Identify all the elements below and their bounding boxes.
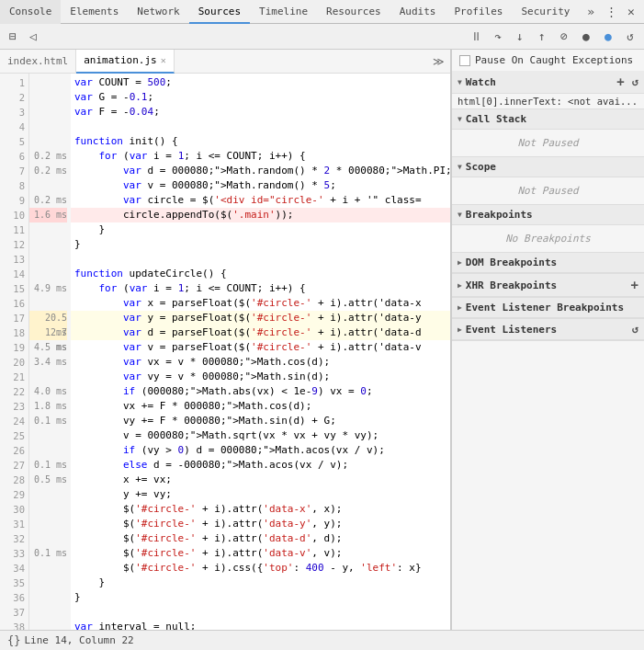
code-line[interactable]: $('#circle-' + i).attr('data-v', v);	[71, 546, 450, 561]
watch-reload-icon[interactable]: ↺	[632, 75, 638, 88]
line-number: 11	[0, 222, 25, 237]
tab-profiles[interactable]: Profiles	[445, 0, 512, 24]
watch-title: Watch	[466, 76, 496, 88]
code-line[interactable]: var F = -0.04;	[71, 105, 450, 120]
code-line[interactable]: if (000080;">Math.abs(vx) < 1e-9) vx = 0…	[71, 384, 450, 399]
dom-breakpoints-header[interactable]: ▶ DOM Breakpoints	[452, 253, 644, 273]
line-number: 24	[0, 414, 25, 428]
back-icon[interactable]: ◁	[24, 28, 42, 46]
code-line[interactable]: var COUNT = 500;	[71, 75, 450, 90]
line-number: 3	[0, 105, 25, 120]
event-listeners-header[interactable]: ▶ Event Listeners ↺	[452, 319, 644, 340]
record-active-button[interactable]: ●	[598, 27, 618, 47]
code-line[interactable]	[71, 605, 450, 620]
code-line[interactable]: $('#circle-' + i).attr('data-x', x);	[71, 502, 450, 517]
watch-header[interactable]: ▼ Watch + ↺	[452, 71, 644, 94]
tab-sources[interactable]: Sources	[189, 0, 250, 24]
tab-network[interactable]: Network	[128, 0, 188, 24]
code-line[interactable]: var d = 000080;">Math.random() * 2 * 000…	[71, 164, 450, 178]
file-tab-close-icon[interactable]: ✕	[161, 55, 166, 65]
code-line[interactable]: for (var i = 1; i <= COUNT; i++) {	[71, 281, 450, 296]
code-line[interactable]: vy += F * 000080;">Math.sin(d) + G;	[71, 414, 450, 428]
code-line[interactable]: var circle = $('<div id="circle-' + i + …	[71, 193, 450, 208]
code-line[interactable]: var vx = v * 000080;">Math.cos(d);	[71, 355, 450, 370]
line-number: 6	[0, 149, 25, 164]
devtools-menu-icon[interactable]: ⋮	[602, 3, 620, 21]
code-line[interactable]: }	[71, 590, 450, 605]
timing-cell	[29, 428, 67, 443]
event-listeners-reload-icon[interactable]: ↺	[632, 323, 638, 336]
step-out-button[interactable]: ↑	[532, 27, 552, 47]
code-line[interactable]: var x = parseFloat($('#circle-' + i).att…	[71, 296, 450, 311]
deactivate-breakpoints-button[interactable]: ⊘	[554, 27, 574, 47]
pause-exceptions-checkbox[interactable]	[459, 55, 470, 66]
code-line[interactable]	[71, 120, 450, 134]
scope-header[interactable]: ▼ Scope	[452, 157, 644, 177]
code-line[interactable]: var v = 000080;">Math.random() * 5;	[71, 178, 450, 193]
breakpoints-header[interactable]: ▼ Breakpoints	[452, 205, 644, 225]
xhr-breakpoints-header[interactable]: ▶ XHR Breakpoints +	[452, 274, 644, 297]
code-line[interactable]: }	[71, 576, 450, 590]
more-tabs-icon[interactable]: »	[582, 5, 600, 18]
code-line[interactable]: v = 000080;">Math.sqrt(vx * vx + vy * vy…	[71, 428, 450, 443]
refresh-button[interactable]: ↺	[620, 27, 640, 47]
line-number: 33	[0, 546, 25, 561]
code-line[interactable]: function updateCircle() {	[71, 267, 450, 281]
call-stack-header[interactable]: ▼ Call Stack	[452, 109, 644, 130]
code-line[interactable]: y += vy;	[71, 487, 450, 502]
drawer-toggle-icon[interactable]: ⊟	[4, 28, 22, 46]
tab-console[interactable]: Console	[0, 0, 61, 24]
code-line[interactable]: var interval = null;	[71, 620, 450, 630]
xhr-add-icon[interactable]: +	[631, 278, 638, 292]
tab-expand-button[interactable]: ≫	[427, 55, 450, 68]
code-line[interactable]: function init() {	[71, 134, 450, 149]
code-line[interactable]: }	[71, 222, 450, 237]
step-over-button[interactable]: ↷	[488, 27, 508, 47]
tab-resources[interactable]: Resources	[317, 0, 390, 24]
devtools-close-icon[interactable]: ✕	[622, 3, 640, 21]
file-tab-index[interactable]: index.html	[0, 50, 76, 74]
pause-button[interactable]: ⏸	[466, 27, 486, 47]
tab-security[interactable]: Security	[512, 0, 579, 24]
code-line[interactable]: circle.appendTo($('.main'));	[71, 208, 450, 222]
event-listener-bp-header[interactable]: ▶ Event Listener Breakpoints	[452, 298, 644, 318]
line-number: 9	[0, 193, 25, 208]
breakpoints-content: No Breakpoints	[452, 225, 644, 252]
code-line[interactable]	[71, 252, 450, 267]
watch-triangle-icon: ▼	[458, 78, 462, 86]
code-line[interactable]: vx += F * 000080;">Math.cos(d);	[71, 399, 450, 414]
tab-audits[interactable]: Audits	[390, 0, 446, 24]
timing-cell	[29, 134, 67, 149]
code-line[interactable]: $('#circle-' + i).css({'top': 400 - y, '…	[71, 561, 450, 576]
line-number: 18	[0, 325, 25, 340]
code-lines[interactable]: var COUNT = 500;var G = -0.1;var F = -0.…	[71, 74, 450, 630]
code-line[interactable]: var G = -0.1;	[71, 90, 450, 105]
code-line[interactable]: }	[71, 237, 450, 252]
timing-cell	[29, 75, 67, 90]
call-stack-triangle-icon: ▼	[458, 115, 462, 123]
code-line[interactable]: if (vy > 0) d = 000080;">Math.acos(vx / …	[71, 443, 450, 458]
devtools-corner: » ⋮ ✕	[582, 3, 644, 21]
step-into-button[interactable]: ↓	[510, 27, 530, 47]
record-button[interactable]: ●	[576, 27, 596, 47]
line-number: 19	[0, 340, 25, 355]
code-line[interactable]: else d = -000080;">Math.acos(vx / v);	[71, 458, 450, 473]
code-line[interactable]: var v = parseFloat($('#circle-' + i).att…	[71, 340, 450, 355]
code-line[interactable]: var vy = v * 000080;">Math.sin(d);	[71, 370, 450, 384]
line-number: 16	[0, 296, 25, 311]
code-line[interactable]: x += vx;	[71, 473, 450, 487]
code-line[interactable]: $('#circle-' + i).attr('data-d', d);	[71, 531, 450, 546]
timing-cell: 4.0 ms	[29, 384, 67, 399]
code-line[interactable]: var y = parseFloat($('#circle-' + i).att…	[71, 311, 450, 325]
watch-add-icon[interactable]: +	[616, 74, 624, 89]
tab-elements[interactable]: Elements	[61, 0, 128, 24]
code-line[interactable]: for (var i = 1; i <= COUNT; i++) {	[71, 149, 450, 164]
file-tab-animation[interactable]: animation.js ✕	[76, 50, 175, 74]
code-line[interactable]: $('#circle-' + i).attr('data-y', y);	[71, 517, 450, 531]
tab-timeline[interactable]: Timeline	[250, 0, 317, 24]
devtools-tabbar: Console Elements Network Sources Timelin…	[0, 0, 644, 24]
timing-cell	[29, 576, 67, 590]
timing-cell	[29, 502, 67, 517]
code-line[interactable]: var d = parseFloat($('#circle-' + i).att…	[71, 325, 450, 340]
timing-cell	[29, 605, 67, 620]
